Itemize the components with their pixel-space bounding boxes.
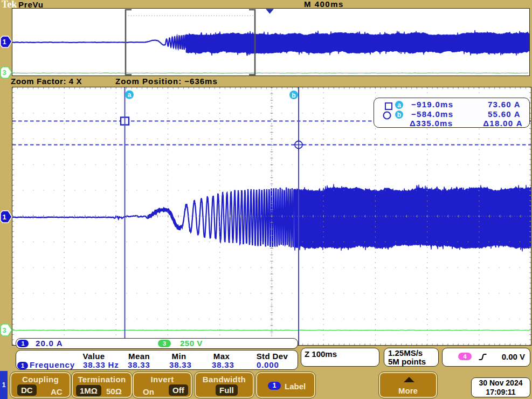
- svg-text:a: a: [397, 101, 401, 109]
- svg-text:1: 1: [2, 213, 6, 221]
- svg-text:a: a: [128, 91, 132, 99]
- svg-text:1: 1: [2, 38, 6, 46]
- svg-text:3: 3: [2, 326, 6, 334]
- svg-text:b: b: [397, 111, 401, 119]
- svg-text:b: b: [292, 92, 295, 99]
- svg-text:3: 3: [2, 68, 6, 77]
